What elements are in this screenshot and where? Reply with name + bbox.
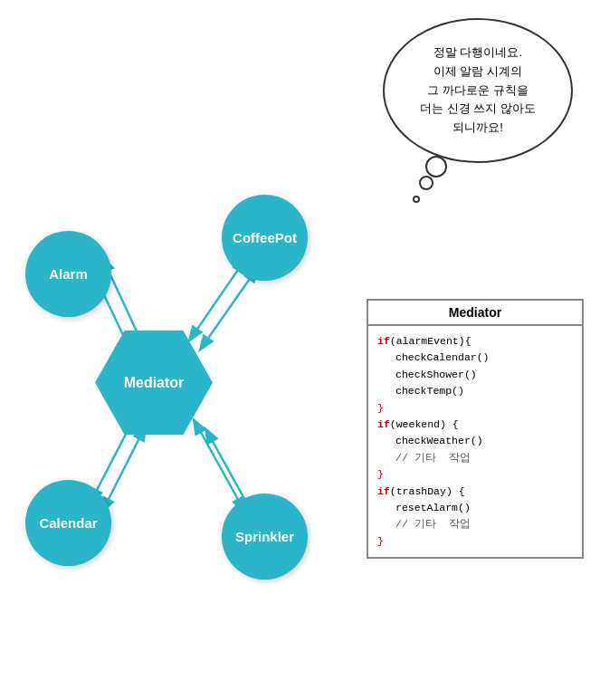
code-line-4: checkTemp() <box>377 383 573 399</box>
thought-dot <box>413 196 420 203</box>
node-alarm: Alarm <box>25 231 111 317</box>
node-calendar: Calendar <box>25 480 111 566</box>
node-coffeepot: CoffeePot <box>222 195 308 281</box>
thought-bubble: 정말 다행이네요. 이제 알람 시계의 그 까다로운 규칙을 더는 신경 쓰지 … <box>383 18 573 163</box>
code-line-7: checkWeather() <box>377 433 573 449</box>
code-panel-header: Mediator <box>368 301 582 326</box>
code-line-2: checkCalendar() <box>377 350 573 366</box>
svg-line-5 <box>190 267 240 340</box>
code-line-11: resetAlarm() <box>377 500 573 516</box>
code-panel-body: if(alarmEvent){ checkCalendar() checkSho… <box>368 326 582 557</box>
node-sprinkler: Sprinkler <box>222 494 308 580</box>
thought-cloud-text: 정말 다행이네요. 이제 알람 시계의 그 까다로운 규칙을 더는 신경 쓰지 … <box>383 18 573 163</box>
code-line-8: // 기타 작업 <box>377 450 573 466</box>
code-line-13: } <box>377 533 573 550</box>
code-line-1: if(alarmEvent){ <box>377 333 573 350</box>
svg-line-7 <box>107 427 145 503</box>
code-line-6: if(weekend) { <box>377 417 573 433</box>
code-line-9: } <box>377 466 573 483</box>
code-line-10: if(trashDay) { <box>377 484 573 500</box>
code-line-12: // 기타 작업 <box>377 516 573 532</box>
code-line-3: checkShower() <box>377 367 573 383</box>
code-line-5: } <box>377 400 573 417</box>
node-mediator: Mediator <box>95 331 213 435</box>
diagram-area: 정말 다행이네요. 이제 알람 시계의 그 까다로운 규칙을 더는 신경 쓰지 … <box>0 0 600 700</box>
code-panel: Mediator if(alarmEvent){ checkCalendar()… <box>367 299 584 559</box>
